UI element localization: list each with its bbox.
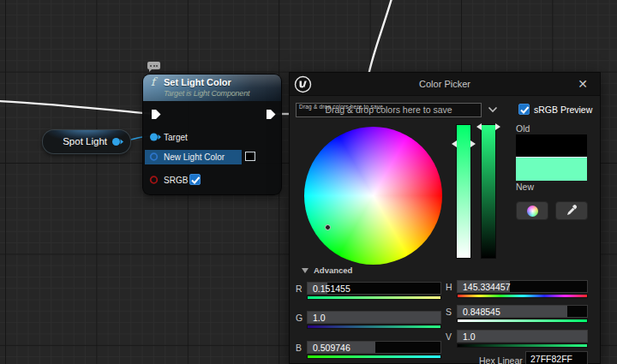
variable-node-spot-light[interactable]: Spot Light xyxy=(42,129,131,154)
new-color-label: New xyxy=(516,182,534,192)
channel-label-G: G xyxy=(296,313,303,323)
pin-color-swatch[interactable] xyxy=(245,152,255,161)
variable-node-label: Spot Light xyxy=(63,130,107,153)
color-pin-label: New Light Color xyxy=(164,152,225,162)
channel-value-R: 0.151455 xyxy=(313,283,350,294)
color-pin-icon[interactable] xyxy=(149,152,163,162)
channel-spinbox-R[interactable]: 0.151455 xyxy=(307,282,441,295)
srgb-pin-icon[interactable] xyxy=(149,175,163,185)
color-picker-window[interactable]: Color Picker ✕ Drag & drop colors here t… xyxy=(289,72,601,364)
old-color-label: Old xyxy=(516,123,530,134)
comment-bubble-icon[interactable] xyxy=(147,62,160,72)
channel-spinbox-S[interactable]: 0.848545 xyxy=(457,305,588,318)
channel-gradient-S[interactable] xyxy=(457,319,588,323)
close-icon[interactable]: ✕ xyxy=(576,77,590,91)
channel-label-B: B xyxy=(296,343,302,353)
exec-input-pin[interactable] xyxy=(151,109,162,120)
pin-row-srgb[interactable]: SRGB xyxy=(143,172,281,188)
function-icon: f xyxy=(151,75,155,88)
color-wheel[interactable] xyxy=(304,127,442,265)
new-color-swatch[interactable] xyxy=(516,157,587,181)
channel-spinbox-H[interactable]: 145.334457 xyxy=(457,280,588,293)
advanced-expander[interactable]: Advanced xyxy=(302,266,352,275)
channel-label-H: H xyxy=(446,282,452,292)
channel-gradient-G[interactable] xyxy=(307,325,441,329)
channel-spinbox-V[interactable]: 1.0 xyxy=(457,330,588,343)
channel-spinbox-G[interactable]: 1.0 xyxy=(307,311,441,324)
blueprint-canvas[interactable]: Spot Light f Set Light Color Target is L… xyxy=(0,0,617,364)
node-subtitle: Target is Light Component xyxy=(164,89,249,98)
target-pin-icon[interactable] xyxy=(149,132,163,142)
channel-value-G: 1.0 xyxy=(313,313,326,323)
saturation-slider[interactable] xyxy=(456,124,471,259)
exec-wire-in xyxy=(0,101,153,114)
channel-value-H: 145.334457 xyxy=(463,282,510,292)
node-title: Set Light Color xyxy=(164,77,231,87)
eyedropper-icon xyxy=(566,205,578,217)
channel-gradient-H[interactable] xyxy=(457,294,588,298)
channel-label-V: V xyxy=(446,331,452,342)
window-title: Color Picker xyxy=(290,79,600,89)
node-header[interactable]: f Set Light Color Target is Light Compon… xyxy=(143,75,281,101)
srgb-preview-checkbox[interactable] xyxy=(518,104,530,115)
exec-output-pin[interactable] xyxy=(266,109,277,120)
value-handle-right[interactable] xyxy=(495,123,500,130)
channel-value-B: 0.509746 xyxy=(313,343,350,353)
titlebar[interactable]: Color Picker ✕ xyxy=(290,73,600,96)
old-color-swatch[interactable] xyxy=(516,134,587,157)
srgb-preview-label: sRGB Preview xyxy=(534,104,592,115)
pin-row-new-light-color[interactable]: New Light Color xyxy=(143,149,281,164)
value-handle-left[interactable] xyxy=(476,123,482,130)
triangle-down-icon xyxy=(302,268,308,273)
channel-gradient-V[interactable] xyxy=(457,343,588,348)
variable-output-pin[interactable] xyxy=(111,137,125,147)
theme-tooltip-text: Drag & drop colors here to save xyxy=(299,104,383,110)
pin-row-target[interactable]: Target xyxy=(143,129,281,145)
target-pin-label: Target xyxy=(164,133,188,142)
color-wheel-icon xyxy=(527,206,538,217)
channel-value-V: 1.0 xyxy=(463,331,476,342)
color-themes-button[interactable] xyxy=(516,201,548,220)
eyedropper-button[interactable] xyxy=(555,201,588,220)
channel-gradient-R[interactable] xyxy=(307,295,441,300)
node-set-light-color[interactable]: f Set Light Color Target is Light Compon… xyxy=(142,74,282,195)
value-slider[interactable] xyxy=(481,124,496,259)
channel-spinbox-B[interactable]: 0.509746 xyxy=(307,341,441,354)
srgb-pin-label: SRGB xyxy=(164,176,188,185)
chevron-down-icon[interactable] xyxy=(488,106,498,113)
channel-value-S: 0.848545 xyxy=(463,307,500,317)
saturation-handle-right[interactable] xyxy=(470,140,476,147)
hex-linear-input[interactable]: 27FF82FF xyxy=(525,351,588,364)
channel-gradient-B[interactable] xyxy=(307,355,441,359)
exec-wire-top xyxy=(368,0,392,75)
saturation-handle-left[interactable] xyxy=(452,140,457,147)
wheel-cursor[interactable] xyxy=(325,224,331,230)
advanced-label: Advanced xyxy=(314,266,352,275)
channel-label-S: S xyxy=(446,307,452,317)
srgb-pin-checkbox[interactable] xyxy=(189,174,201,185)
channel-label-R: R xyxy=(296,283,303,294)
hex-linear-label: Hex Linear xyxy=(479,355,523,364)
